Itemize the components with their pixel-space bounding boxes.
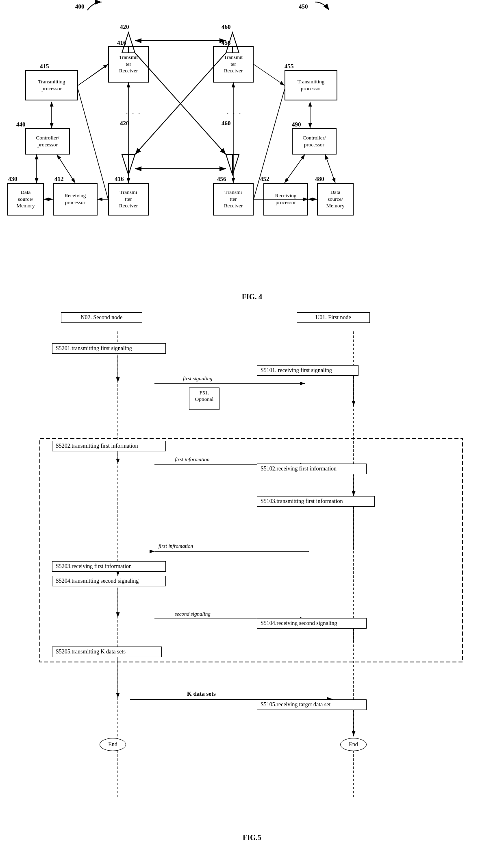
label-416-top: 416 <box>117 39 126 46</box>
step-s5205: S5205.transmitting K data sets <box>52 647 162 657</box>
step-s5201: S5201.transmitting first signaling <box>52 343 166 354</box>
label-412: 412 <box>54 176 64 183</box>
box-controller-left: Controller/processor <box>25 128 70 155</box>
svg-line-19 <box>254 64 285 85</box>
arrow-label-k-data: K data sets <box>187 690 216 697</box>
arrow-label-first-info-right: first information <box>175 456 210 463</box>
step-s5203: S5203.receiving first information <box>52 561 166 572</box>
svg-rect-51 <box>40 438 463 662</box>
label-480: 480 <box>315 176 324 183</box>
label-440: 440 <box>16 121 26 128</box>
label-450: 450 <box>299 3 308 10</box>
box-tr-bot-left: TransmitterReceiver <box>108 183 149 216</box>
step-s5204: S5204.transmitting second signaling <box>52 576 166 586</box>
step-s5105: S5105.receiving target data set <box>257 699 367 710</box>
label-420-bot: 420 <box>120 120 129 127</box>
step-s5101: S5101. receiving first signaling <box>257 365 358 376</box>
fig5-section: N02. Second node U01. First node S5201.t… <box>0 309 504 847</box>
node-n02: N02. Second node <box>61 312 142 323</box>
label-400: 400 <box>75 3 85 10</box>
label-456-top: 456 <box>222 39 231 46</box>
svg-line-24 <box>285 155 305 183</box>
step-s5202: S5202.transmitting first information <box>52 441 166 451</box>
fig4-label: FIG. 4 <box>0 293 504 301</box>
arrow-label-first-signaling: first signaling <box>183 375 213 382</box>
svg-line-23 <box>325 155 335 183</box>
box-transmitting-proc-left: Transmittingprocessor <box>25 70 78 100</box>
box-data-source-right: Datasource/Memory <box>317 183 354 216</box>
label-452: 452 <box>260 176 269 183</box>
fig5-label: FIG.5 <box>0 834 504 847</box>
step-s5102: S5102.receiving first information <box>257 464 367 474</box>
dots-right: · · · <box>227 110 242 118</box>
svg-marker-5 <box>122 155 135 175</box>
box-receiving-proc-right: Receivingprocessor <box>263 183 308 216</box>
label-455: 455 <box>285 63 294 70</box>
end-oval-right: End <box>340 738 367 751</box>
box-tr-bot-right: TransmitterReceiver <box>213 183 254 216</box>
box-tr-top-left: TransmitterReceiver <box>108 46 149 83</box>
step-s5104: S5104.receiving second signaling <box>257 618 367 629</box>
node-u01: U01. First node <box>297 312 370 323</box>
label-490: 490 <box>292 121 301 128</box>
box-controller-right: Controller/processor <box>292 128 337 155</box>
box-receiving-proc-left: Receivingprocessor <box>53 183 98 216</box>
label-460-top: 460 <box>222 24 231 30</box>
svg-marker-6 <box>226 155 239 175</box>
svg-line-11 <box>78 64 108 85</box>
arrow-label-second-signaling: second signaling <box>175 611 211 617</box>
box-data-source-left: Datasource/Memory <box>7 183 44 216</box>
label-415: 415 <box>40 63 49 70</box>
label-456-bot: 456 <box>217 176 226 183</box>
svg-line-27 <box>78 64 108 85</box>
step-s5103: S5103.transmitting first information <box>257 496 375 507</box>
fig5-diagram: N02. Second node U01. First node S5201.t… <box>28 309 476 830</box>
box-tr-top-right: TransmitterReceiver <box>213 46 254 83</box>
label-420-top: 420 <box>120 24 129 30</box>
box-f51-optional: F51.Optional <box>189 388 219 410</box>
arrow-label-first-info-left: first infromation <box>159 543 193 549</box>
label-460-bot: 460 <box>222 120 231 127</box>
fig4-diagram: 400 450 415 Transmittingprocessor 416 Tr… <box>0 0 504 309</box>
page: 400 450 415 Transmittingprocessor 416 Tr… <box>0 0 504 847</box>
end-oval-left: End <box>100 738 126 751</box>
label-430: 430 <box>8 176 17 183</box>
label-416-bot: 416 <box>115 176 124 183</box>
dots-left: · · · <box>126 110 141 118</box>
box-transmitting-proc-right: Transmittingprocessor <box>285 70 337 100</box>
